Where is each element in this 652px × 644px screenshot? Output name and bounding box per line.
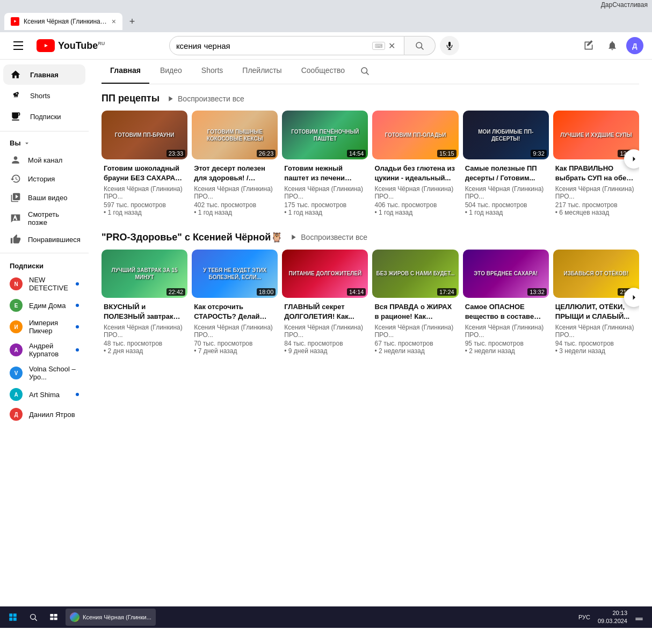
create-btn[interactable] [579,36,598,55]
search-bar: ⌨ ✕ [169,36,459,55]
video-card-v2[interactable]: ГОТОВИМ ПЫШНЫЕ КОКОСОВЫЕ КЕКСЫ 26:23 Это… [192,111,278,218]
create-icon [583,40,594,51]
notifications-btn[interactable] [603,36,622,55]
user-avatar[interactable]: Д [626,37,643,54]
tab-home[interactable]: Главная [102,60,149,84]
play-all-btn-pp[interactable]: Воспроизвести все [166,94,244,103]
voice-search-btn[interactable] [440,36,459,55]
sidebar-you-label: Вы [10,139,21,147]
sidebar-edim-doma-label: Едим Дома [29,302,66,310]
notification-dot [76,325,79,328]
svg-rect-6 [9,613,12,617]
channel-avatar-volna: V [10,367,23,379]
video-meta: 84 тыс. просмотров• 9 дней назад [284,340,366,355]
search-input-wrap: ⌨ ✕ [169,36,404,55]
video-card-v1[interactable]: ГОТОВИМ ПП-БРАУНИ 23:33 Готовим шоколадн… [102,111,187,218]
header-actions: Д [579,36,643,55]
sidebar-item-my-channel[interactable]: Мой канал [3,151,85,169]
taskbar-search-icon [29,613,38,621]
video-thumbnail: У ТЕБЯ НЕ БУДЕТ ЭТИХ БОЛЕЗНЕЙ, ЕСЛИ... 1… [192,250,278,298]
hamburger-menu[interactable] [9,36,28,55]
video-card-v11[interactable]: ЭТО ВРЕДНЕЕ САХАРА! 13:32 Самое ОПАСНОЕ … [463,250,549,357]
video-card-v3[interactable]: ГОТОВИМ ПЕЧЁНОЧНЫЙ ПАШТЕТ 14:54 Готовим … [282,111,368,218]
video-card-v7[interactable]: ЛУЧШИЙ ЗАВТРАК ЗА 15 МИНУТ 22:42 ВКУСНЫЙ… [102,250,187,357]
sidebar-divider-2 [0,253,89,253]
svg-point-0 [416,42,422,48]
video-card-v9[interactable]: ПИТАНИЕ ДОЛГОЖИТЕЛЕЙ 14:14 ГЛАВНЫЙ секре… [282,250,368,357]
bell-icon [607,40,618,51]
svg-point-10 [31,614,35,619]
sidebar-sub-new-detective[interactable]: N NEW DETECTIVE [3,273,85,295]
sidebar-item-subscriptions[interactable]: Подписки [3,106,85,127]
windows-logo-icon [8,612,18,622]
youtube-logo[interactable]: YouTubeRU [37,39,105,52]
video-duration: 23:33 [166,150,186,157]
video-thumbnail: ГОТОВИМ ПП-БРАУНИ 23:33 [102,111,187,159]
video-card-v8[interactable]: У ТЕБЯ НЕ БУДЕТ ЭТИХ БОЛЕЗНЕЙ, ЕСЛИ... 1… [192,250,278,357]
svg-rect-16 [635,618,642,618]
sidebar-sub-imperiya[interactable]: И Империя Пикчер [3,316,85,338]
thumb-label: ЛУЧШИЙ ЗАВТРАК ЗА 15 МИНУТ [102,265,187,283]
notification-center-icon [635,613,643,621]
windows-taskbar: Ксения Чёрная (Глинки... РУС 20:13 09.03… [0,606,652,628]
thumb-label: ЛУЧШИЕ И ХУДШИЕ СУПЫ [558,129,634,141]
sidebar-item-history[interactable]: История [3,170,85,188]
sidebar-item-home[interactable]: Главная [3,64,85,85]
browser-tab-active[interactable]: Ксения Чёрная (Глинкина) PRO... × [4,13,122,30]
row-next-btn-0[interactable] [624,149,639,169]
play-all-btn-pro[interactable]: Воспроизвести все [289,233,367,241]
channel-avatar-daniil: Д [10,408,23,421]
search-submit-btn[interactable] [404,36,436,55]
sidebar-sub-daniil[interactable]: Д Даниил Ятров [3,405,85,424]
video-title: Как отсрочить СТАРОСТЬ? Делай ЭТО, чтобы… [194,302,276,321]
taskbar-time: 20:13 [598,609,627,617]
sidebar-you-section[interactable]: Вы [0,136,89,150]
thumb-label: ПИТАНИЕ ДОЛГОЖИТЕЛЕЙ [287,268,364,279]
tab-playlists[interactable]: Плейлисты [234,60,290,84]
video-info: Самые полезные ПП десерты / Готовим... К… [463,159,549,218]
section-title-pro-zdorovie: "PRO-Здоровье" с Ксенией Чёрной🦉 [102,231,282,243]
video-duration: 9:32 [531,150,546,157]
youtube-logo-text: YouTubeRU [58,40,105,52]
youtube-country: RU [98,41,105,46]
video-channel: Ксения Чёрная (Глинкина) ПРО... [465,185,547,200]
video-card-v5[interactable]: МОИ ЛЮБИМЫЕ ПП-ДЕСЕРТЫ! 9:32 Самые полез… [463,111,549,218]
tab-video[interactable]: Видео [151,60,191,84]
video-info: Готовим нежный паштет из печени кролика … [282,159,368,218]
notification-center-btn[interactable] [631,609,648,626]
video-title: ЦЕЛЛЮЛИТ, ОТЁКИ, ПРЫЩИ и СЛАБЫЙ... [555,302,637,321]
search-clear-btn[interactable]: ✕ [388,41,395,51]
sidebar-your-videos-label: Ваши видео [28,194,67,202]
channel-tabs: Главная Видео Shorts Плейлисты Сообществ… [102,60,639,84]
tab-search-btn[interactable] [356,60,374,84]
svg-line-5 [366,73,368,75]
sidebar-item-watch-later[interactable]: Смотреть позже [3,207,85,230]
sidebar-sub-kurpatov[interactable]: А Андрей Курпатов [3,339,85,361]
play-all-label-pro: Воспроизвести все [301,233,367,241]
video-channel: Ксения Чёрная (Глинкина) ПРО... [374,324,456,339]
tab-community[interactable]: Сообщество [293,60,353,84]
sidebar-item-shorts[interactable]: Shorts [3,85,85,106]
video-thumbnail: ГОТОВИМ ПП-ОЛАДЬИ 15:15 [372,111,458,159]
sidebar-item-liked[interactable]: Понравившиеся [3,230,85,248]
video-card-v4[interactable]: ГОТОВИМ ПП-ОЛАДЬИ 15:15 Оладьи без глюте… [372,111,458,218]
video-card-v10[interactable]: БЕЗ ЖИРОВ С НАМИ БУДЕТ... 17:24 Вся ПРАВ… [372,250,458,357]
sidebar-sub-art-shima[interactable]: A Art Shima [3,385,85,404]
youtube-header: YouTubeRU ⌨ ✕ [0,32,652,60]
video-info: ГЛАВНЫЙ секрет ДОЛГОЛЕТИЯ! Как... Ксения… [282,298,368,357]
sidebar-item-your-videos[interactable]: Ваши видео [3,188,85,207]
start-btn[interactable] [4,609,21,626]
taskview-btn[interactable] [45,609,62,626]
video-title: Этот десерт полезен для здоровья! / Гото… [194,164,276,183]
video-thumbnail: ЭТО ВРЕДНЕЕ САХАРА! 13:32 [463,250,549,298]
taskbar-chrome-window[interactable]: Ксения Чёрная (Глинки... [66,609,156,626]
row-next-btn-1[interactable] [624,288,639,307]
search-input[interactable] [176,41,372,50]
taskbar-search-btn[interactable] [25,609,42,626]
new-tab-btn[interactable]: + [125,14,140,29]
tab-close-btn[interactable]: × [112,17,116,26]
sidebar-sub-edim-doma[interactable]: Е Едим Дома [3,296,85,315]
sidebar-sub-volna[interactable]: V Volna School – Уро... [3,362,85,384]
tab-shorts[interactable]: Shorts [193,60,231,84]
sidebar-home-label: Главная [30,71,59,79]
